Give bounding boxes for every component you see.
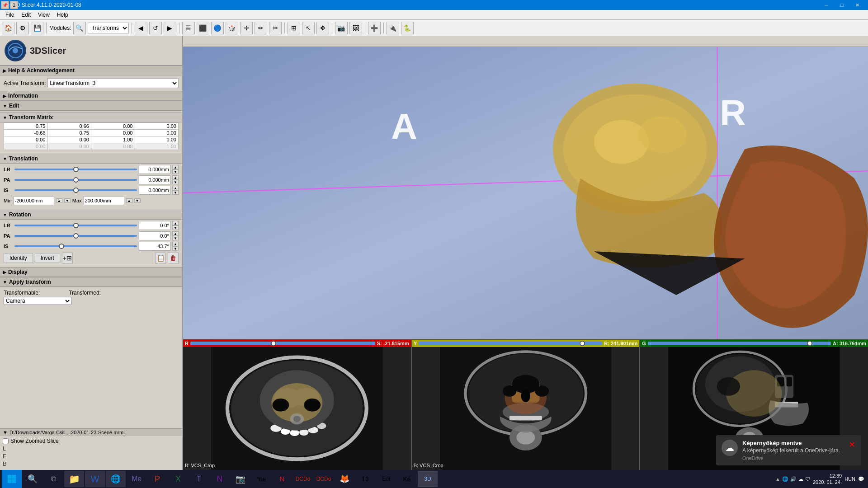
- tray-expand[interactable]: ▲: [775, 476, 780, 482]
- menu-view[interactable]: View: [34, 11, 53, 19]
- m10[interactable]: -0.66: [4, 130, 48, 136]
- m03[interactable]: 0.00: [135, 123, 179, 130]
- modules-search[interactable]: 🔍: [73, 22, 86, 34]
- lr-spin-down[interactable]: ▼: [172, 169, 179, 174]
- toolbar-camera[interactable]: 📷: [335, 22, 348, 34]
- toolbar-cube[interactable]: ⬛: [197, 22, 209, 34]
- lr-spin-up[interactable]: ▲: [172, 165, 179, 169]
- toolbar-plus[interactable]: ➕: [368, 22, 381, 34]
- paste-icon-button[interactable]: 📋: [155, 253, 166, 263]
- slice-y-slider[interactable]: [419, 342, 602, 345]
- taskbar-netflix[interactable]: N: [272, 471, 292, 487]
- taskbar-word[interactable]: W: [85, 471, 105, 487]
- show-zoomed-checkbox[interactable]: [3, 438, 9, 444]
- toolbar-settings[interactable]: ⚙: [16, 22, 29, 34]
- invert-button[interactable]: Invert: [35, 253, 60, 263]
- lang-indicator[interactable]: HUN: [844, 476, 855, 482]
- max-spin-up[interactable]: ▲: [126, 198, 132, 203]
- taskbar-firefox[interactable]: 🦊: [335, 471, 354, 487]
- m21[interactable]: 0.00: [47, 136, 91, 143]
- info-section-header[interactable]: ▶ Information: [0, 91, 182, 101]
- is-slider[interactable]: [14, 189, 137, 191]
- taskbar-camera[interactable]: 📷: [231, 471, 250, 487]
- pa-spin-up[interactable]: ▲: [172, 175, 179, 180]
- max-spin-down[interactable]: ▼: [134, 198, 141, 203]
- taskbar-taskview[interactable]: ⧉: [43, 471, 63, 487]
- rot-is-down[interactable]: ▼: [172, 246, 179, 251]
- taskbar-storeapp[interactable]: *ne: [251, 471, 271, 487]
- toolbar-next[interactable]: ▶: [164, 22, 176, 34]
- slice-red[interactable]: R S: -21.815mm: [183, 340, 412, 470]
- taskbar-teams[interactable]: T: [189, 471, 209, 487]
- m02[interactable]: 0.00: [91, 123, 135, 130]
- toolbar-list[interactable]: ☰: [182, 22, 195, 34]
- toolbar-save[interactable]: 💾: [31, 22, 43, 34]
- taskbar-dcdownload2[interactable]: DCDo: [314, 471, 334, 487]
- tray-network[interactable]: 🌐: [782, 476, 788, 482]
- lr-slider[interactable]: [14, 169, 137, 170]
- m13[interactable]: 0.00: [135, 130, 179, 136]
- transformable-select[interactable]: Camera: [4, 297, 71, 305]
- taskbar-3dslicer[interactable]: 3D: [418, 471, 438, 487]
- toolbar-move[interactable]: ✥: [316, 22, 329, 34]
- copy-icon-button[interactable]: +⊞: [62, 253, 73, 263]
- toolbar-ext1[interactable]: 🔌: [387, 22, 399, 34]
- rot-pa-down[interactable]: ▼: [172, 236, 179, 240]
- toast-close-button[interactable]: ✕: [849, 440, 855, 450]
- slice-g-slider[interactable]: [648, 342, 831, 345]
- m23[interactable]: 0.00: [135, 136, 179, 143]
- menu-file[interactable]: File: [2, 11, 18, 19]
- taskbar-fileexplorer[interactable]: 📁: [64, 471, 84, 487]
- m00[interactable]: 0.75: [4, 123, 48, 130]
- toolbar-screenshot[interactable]: 🖼: [349, 22, 362, 34]
- rot-lr-up[interactable]: ▲: [172, 221, 179, 225]
- matrix-section-header[interactable]: ▼ Transform Matrix: [0, 113, 182, 122]
- toolbar-scissor[interactable]: ✂: [269, 22, 282, 34]
- translation-section-header[interactable]: ▼ Translation: [0, 154, 182, 164]
- m20[interactable]: 0.00: [4, 136, 48, 143]
- toolbar-cross[interactable]: ✛: [240, 22, 253, 34]
- min-input[interactable]: [14, 196, 54, 205]
- taskbar-ffedi[interactable]: Edi: [376, 471, 396, 487]
- rotation-section-header[interactable]: ▼ Rotation: [0, 210, 182, 220]
- apply-transform-header[interactable]: ▼ Apply transform: [0, 277, 182, 287]
- min-spin-down[interactable]: ▼: [64, 198, 71, 203]
- taskbar-excel[interactable]: X: [168, 471, 188, 487]
- 3d-viewport[interactable]: A R: [183, 47, 868, 339]
- minimize-button[interactable]: ─: [819, 0, 834, 10]
- taskbar-powerpoint[interactable]: P: [147, 471, 167, 487]
- tray-shield[interactable]: 🛡: [805, 476, 810, 482]
- min-spin-up[interactable]: ▲: [56, 198, 62, 203]
- menu-help[interactable]: Help: [53, 11, 72, 19]
- taskbar-screenshot[interactable]: Ké: [397, 471, 417, 487]
- maximize-button[interactable]: □: [835, 0, 849, 10]
- notifications-button[interactable]: 💬: [858, 476, 864, 482]
- taskbar-ff2[interactable]: 13: [355, 471, 375, 487]
- m22[interactable]: 1.00: [91, 136, 135, 143]
- is-spin-down[interactable]: ▼: [172, 190, 179, 195]
- m12[interactable]: 0.00: [91, 130, 135, 136]
- pa-spin-down[interactable]: ▼: [172, 180, 179, 184]
- rot-pa-slider[interactable]: [14, 235, 137, 237]
- rot-pa-up[interactable]: ▲: [172, 231, 179, 236]
- toolbar-prev[interactable]: ◀: [135, 22, 147, 34]
- help-section-header[interactable]: ▶ Help & Acknowledgement: [0, 66, 182, 75]
- close-button[interactable]: ✕: [850, 0, 864, 10]
- viewport-pin[interactable]: 📌: [1, 1, 9, 9]
- tray-onedrive[interactable]: ☁: [798, 476, 803, 482]
- taskbar-meetings[interactable]: Me: [127, 471, 146, 487]
- taskbar-dcdownload1[interactable]: DCDo: [293, 471, 313, 487]
- toolbar-pencil[interactable]: ✏: [255, 22, 267, 34]
- system-clock[interactable]: 12:39 2020. 01. 24.: [813, 473, 842, 486]
- m01[interactable]: 0.66: [47, 123, 91, 130]
- edit-section-header[interactable]: ▼ Edit: [0, 101, 182, 111]
- toolbar-reload[interactable]: ↺: [149, 22, 162, 34]
- display-section-header[interactable]: ▶ Display: [0, 267, 182, 277]
- tray-volume[interactable]: 🔊: [790, 476, 797, 482]
- taskbar-onenote[interactable]: N: [210, 471, 230, 487]
- toolbar-grid[interactable]: ⊞: [288, 22, 300, 34]
- rot-is-slider[interactable]: [14, 245, 137, 247]
- toolbar-3d[interactable]: 🎲: [226, 22, 238, 34]
- slice-yellow[interactable]: Y R: 241.901mm: [412, 340, 641, 470]
- toolbar-cursor[interactable]: ↖: [302, 22, 315, 34]
